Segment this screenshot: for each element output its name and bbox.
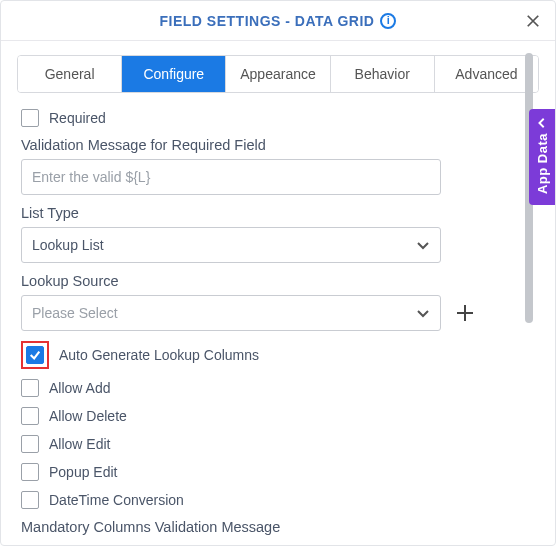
popup-edit-label: Popup Edit: [49, 464, 118, 480]
datetime-conversion-label: DateTime Conversion: [49, 492, 184, 508]
chevron-down-icon: [416, 306, 430, 320]
allow-add-row: Allow Add: [21, 379, 535, 397]
auto-generate-checkbox[interactable]: [26, 346, 44, 364]
allow-delete-checkbox[interactable]: [21, 407, 39, 425]
tab-behavior[interactable]: Behavior: [331, 56, 435, 92]
options-list: Auto Generate Lookup Columns Allow Add A…: [21, 341, 535, 509]
auto-generate-row: Auto Generate Lookup Columns: [21, 341, 535, 369]
plus-icon: [455, 303, 475, 323]
info-icon[interactable]: i: [380, 13, 396, 29]
datetime-conversion-row: DateTime Conversion: [21, 491, 535, 509]
close-button[interactable]: [521, 9, 545, 33]
mandatory-columns-label: Mandatory Columns Validation Message: [21, 519, 535, 535]
modal-title: FIELD SETTINGS - DATA GRID: [160, 13, 375, 29]
auto-generate-label: Auto Generate Lookup Columns: [59, 347, 259, 363]
chevron-down-icon: [416, 238, 430, 252]
lookup-source-placeholder: Please Select: [32, 305, 118, 321]
allow-edit-checkbox[interactable]: [21, 435, 39, 453]
popup-edit-checkbox[interactable]: [21, 463, 39, 481]
tab-general[interactable]: General: [18, 56, 122, 92]
list-type-label: List Type: [21, 205, 535, 221]
add-lookup-source-button[interactable]: [453, 301, 477, 325]
allow-add-label: Allow Add: [49, 380, 110, 396]
modal-header: FIELD SETTINGS - DATA GRID i: [1, 1, 555, 41]
tabs: General Configure Appearance Behavior Ad…: [17, 55, 539, 93]
allow-add-checkbox[interactable]: [21, 379, 39, 397]
lookup-source-select[interactable]: Please Select: [21, 295, 441, 331]
form-body: Required Validation Message for Required…: [1, 93, 555, 545]
list-type-select[interactable]: Lookup List: [21, 227, 441, 263]
allow-delete-row: Allow Delete: [21, 407, 535, 425]
field-settings-modal: FIELD SETTINGS - DATA GRID i General Con…: [0, 0, 556, 546]
required-label: Required: [49, 110, 106, 126]
app-data-label: App Data: [535, 133, 550, 194]
tabs-container: General Configure Appearance Behavior Ad…: [1, 41, 555, 93]
allow-delete-label: Allow Delete: [49, 408, 127, 424]
required-row: Required: [21, 109, 535, 127]
validation-message-label: Validation Message for Required Field: [21, 137, 535, 153]
tab-advanced[interactable]: Advanced: [435, 56, 538, 92]
app-data-side-tab[interactable]: App Data: [529, 109, 555, 205]
datetime-conversion-checkbox[interactable]: [21, 491, 39, 509]
validation-message-input[interactable]: [21, 159, 441, 195]
tab-appearance[interactable]: Appearance: [226, 56, 330, 92]
close-icon: [526, 14, 540, 28]
lookup-source-label: Lookup Source: [21, 273, 535, 289]
allow-edit-label: Allow Edit: [49, 436, 110, 452]
required-checkbox[interactable]: [21, 109, 39, 127]
tab-configure[interactable]: Configure: [122, 56, 226, 92]
chevron-left-icon: [536, 117, 548, 129]
allow-edit-row: Allow Edit: [21, 435, 535, 453]
popup-edit-row: Popup Edit: [21, 463, 535, 481]
list-type-value: Lookup List: [32, 237, 104, 253]
